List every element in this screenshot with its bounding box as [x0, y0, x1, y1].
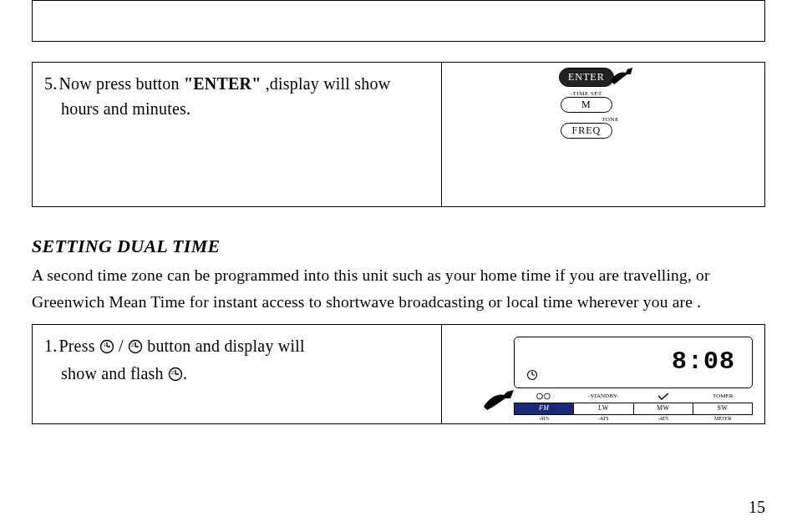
lcd-clock-icon [526, 369, 538, 384]
sub-ats1: -ATS [514, 415, 574, 422]
step5-l1a: Now press button [58, 74, 184, 93]
section-desc: A second time zone can be programmed int… [32, 262, 765, 316]
step1-l2b: . [183, 364, 187, 383]
band-row: FM LW MW SW [514, 403, 753, 415]
step1-a: Press [58, 337, 99, 355]
svg-text:2: 2 [171, 369, 175, 376]
enter-button: ENTER [559, 68, 614, 87]
tone-label: TONE [602, 116, 619, 123]
clock2b-icon: 2 [168, 363, 183, 388]
svg-text:1: 1 [103, 342, 106, 348]
step1-number: 1. [44, 337, 57, 355]
section-title: SETTING DUAL TIME [32, 236, 765, 257]
band-fm: FM [514, 403, 574, 415]
step5-row: 5.Now press button "ENTER" ,display will… [32, 62, 765, 207]
empty-header-box [32, 0, 765, 42]
lcd-screen: 8:08 [514, 337, 753, 388]
hand-icon-2 [482, 388, 515, 412]
sub-row: -ATS -ATS -ATS METER [514, 415, 753, 422]
step5-text: 5.Now press button "ENTER" ,display will… [33, 63, 442, 206]
step1-text: 1.Press 1 / 2 button and display will sh… [33, 325, 442, 423]
lbl-ws [633, 392, 693, 403]
step1-sep: / [114, 337, 128, 355]
button-stack: ENTER -TIME SET M TONE FREQ [559, 68, 614, 139]
lcd-label-row: / -STANDBY- TOMER [514, 392, 753, 403]
step5-number: 5. [44, 74, 57, 93]
step5-enter: "ENTER" [184, 74, 261, 93]
svg-text:/: / [542, 394, 544, 399]
band-mw: MW [634, 403, 693, 415]
svg-text:2: 2 [131, 342, 135, 348]
svg-point-9 [544, 393, 550, 399]
freq-button: FREQ [561, 123, 612, 139]
lcd-time: 8:08 [672, 347, 735, 376]
page-number: 15 [749, 498, 765, 517]
sub-meter: METER [693, 415, 754, 422]
step1-l2a: show and flash [61, 364, 168, 383]
lcd-unit: 8:08 / -STANDBY- TOMER FM LW MW SW -ATS [514, 337, 753, 422]
step1-illustration: 8:08 / -STANDBY- TOMER FM LW MW SW -ATS [442, 325, 764, 423]
lbl-standby: -STANDBY- [574, 392, 634, 403]
hand-icon [607, 66, 636, 88]
step5-illustration: ENTER -TIME SET M TONE FREQ [442, 63, 764, 206]
sub-ats3: -ATS [633, 415, 693, 422]
step5-l2: hours and minutes. [44, 96, 429, 121]
lbl-dual: / [514, 392, 574, 403]
band-lw: LW [574, 403, 633, 415]
step1-b: button and display will [143, 337, 305, 355]
lbl-tomer: TOMER [693, 392, 754, 403]
step1-row: 1.Press 1 / 2 button and display will sh… [32, 324, 765, 424]
clock1-icon: 1 [99, 336, 114, 361]
step1-line2: show and flash 2. [44, 361, 429, 388]
m-button: M [561, 97, 612, 113]
time-set-label: -TIME SET [571, 90, 602, 97]
step5-l1b: ,display will show [261, 74, 390, 93]
band-sw: SW [693, 403, 753, 415]
sub-ats2: -ATS [574, 415, 634, 422]
clock2-icon: 2 [128, 336, 143, 361]
